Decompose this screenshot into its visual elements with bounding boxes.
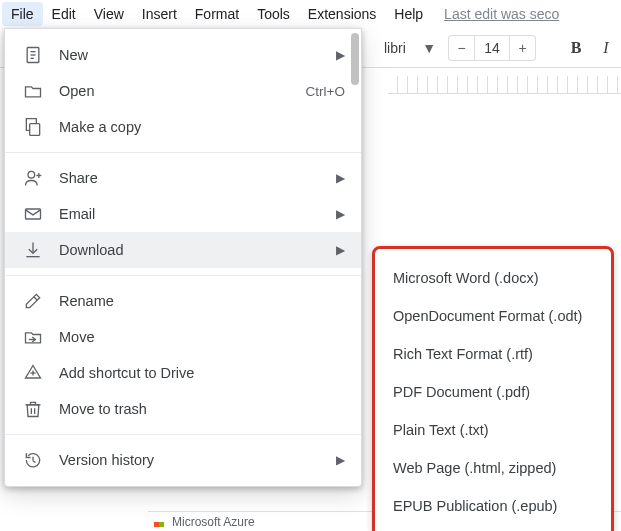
file-menu-add-shortcut[interactable]: Add shortcut to Drive — [5, 355, 361, 391]
font-family-label: libri — [384, 40, 406, 56]
download-option-pdf[interactable]: PDF Document (.pdf) — [375, 373, 611, 411]
font-size-stepper: − 14 + — [448, 34, 536, 62]
menu-item-label: Open — [59, 83, 290, 99]
caret-down-icon: ▼ — [422, 40, 436, 56]
folder-icon — [23, 81, 43, 101]
file-menu-download[interactable]: Download ▶ — [5, 232, 361, 268]
rename-icon — [23, 291, 43, 311]
drive-plus-icon — [23, 363, 43, 383]
svg-line-11 — [34, 297, 37, 300]
last-edit-link[interactable]: Last edit was seco — [444, 6, 559, 22]
menu-item-label: Make a copy — [59, 119, 345, 135]
trash-icon — [23, 399, 43, 419]
menu-item-label: Rename — [59, 293, 345, 309]
svg-line-19 — [33, 461, 36, 463]
menu-item-label: Download — [59, 242, 320, 258]
menu-separator — [5, 152, 361, 153]
person-plus-icon — [23, 168, 43, 188]
file-menu-rename[interactable]: Rename — [5, 283, 361, 319]
menu-item-label: Email — [59, 206, 320, 222]
menu-separator — [5, 434, 361, 435]
footer-azure-label: Microsoft Azure — [172, 515, 255, 529]
menu-edit[interactable]: Edit — [43, 2, 85, 26]
file-menu-open[interactable]: Open Ctrl+O — [5, 73, 361, 109]
menu-view[interactable]: View — [85, 2, 133, 26]
download-option-txt[interactable]: Plain Text (.txt) — [375, 411, 611, 449]
history-icon — [23, 450, 43, 470]
menu-item-label: Move to trash — [59, 401, 345, 417]
font-family-select[interactable]: libri ▼ — [378, 34, 442, 62]
download-submenu: Microsoft Word (.docx) OpenDocument Form… — [372, 246, 614, 531]
dropdown-scrollbar[interactable] — [349, 29, 361, 486]
menu-item-label: New — [59, 47, 320, 63]
svg-point-5 — [28, 171, 35, 178]
file-menu-version-history[interactable]: Version history ▶ — [5, 442, 361, 478]
menu-item-label: Move — [59, 329, 345, 345]
menu-tools[interactable]: Tools — [248, 2, 299, 26]
download-option-rtf[interactable]: Rich Text Format (.rtf) — [375, 335, 611, 373]
menubar: File Edit View Insert Format Tools Exten… — [0, 0, 621, 28]
submenu-arrow-icon: ▶ — [336, 243, 345, 257]
file-menu-share[interactable]: Share ▶ — [5, 160, 361, 196]
menu-separator — [5, 275, 361, 276]
copy-icon — [23, 117, 43, 137]
svg-rect-4 — [30, 124, 40, 136]
file-menu-email[interactable]: Email ▶ — [5, 196, 361, 232]
submenu-arrow-icon: ▶ — [336, 207, 345, 221]
menu-item-label: Add shortcut to Drive — [59, 365, 345, 381]
menu-insert[interactable]: Insert — [133, 2, 186, 26]
doc-plus-icon — [23, 45, 43, 65]
ruler — [388, 76, 621, 94]
mail-icon — [23, 204, 43, 224]
menu-item-label: Version history — [59, 452, 320, 468]
font-size-value[interactable]: 14 — [474, 35, 510, 61]
file-menu-dropdown: New ▶ Open Ctrl+O Make a copy Share ▶ Em… — [4, 28, 362, 487]
menu-item-label: Share — [59, 170, 320, 186]
italic-button[interactable]: I — [592, 34, 620, 62]
menu-file[interactable]: File — [2, 2, 43, 26]
svg-rect-8 — [26, 209, 41, 219]
file-menu-trash[interactable]: Move to trash — [5, 391, 361, 427]
file-menu-make-copy[interactable]: Make a copy — [5, 109, 361, 145]
download-option-epub[interactable]: EPUB Publication (.epub) — [375, 487, 611, 525]
download-option-html[interactable]: Web Page (.html, zipped) — [375, 449, 611, 487]
download-icon — [23, 240, 43, 260]
menu-format[interactable]: Format — [186, 2, 248, 26]
download-option-docx[interactable]: Microsoft Word (.docx) — [375, 259, 611, 297]
font-size-decrease-button[interactable]: − — [448, 35, 474, 61]
menu-help[interactable]: Help — [385, 2, 432, 26]
submenu-arrow-icon: ▶ — [336, 453, 345, 467]
file-menu-new[interactable]: New ▶ — [5, 37, 361, 73]
submenu-arrow-icon: ▶ — [336, 48, 345, 62]
bold-button[interactable]: B — [562, 34, 590, 62]
font-size-increase-button[interactable]: + — [510, 35, 536, 61]
azure-logo-icon — [154, 516, 166, 528]
move-icon — [23, 327, 43, 347]
download-option-odt[interactable]: OpenDocument Format (.odt) — [375, 297, 611, 335]
menu-item-shortcut: Ctrl+O — [306, 84, 345, 99]
menu-extensions[interactable]: Extensions — [299, 2, 385, 26]
file-menu-move[interactable]: Move — [5, 319, 361, 355]
submenu-arrow-icon: ▶ — [336, 171, 345, 185]
